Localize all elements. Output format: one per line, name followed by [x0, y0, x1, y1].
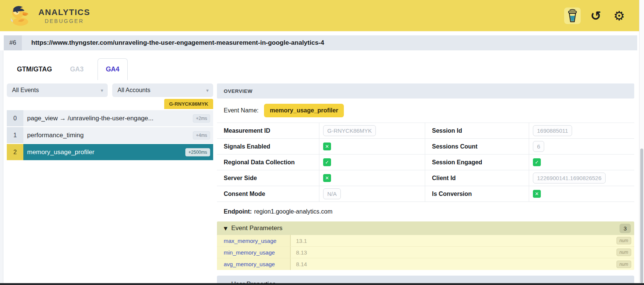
- event-name-label: Event Name:: [224, 107, 258, 114]
- request-bar: #6 https://www.thyngster.com/unraveling-…: [4, 35, 637, 50]
- parameter-type-badge: num: [617, 249, 631, 256]
- event-row-index: 1: [7, 127, 23, 143]
- parameter-row: avg_memory_usage 8.14 num: [217, 258, 634, 270]
- accounts-filter-value: All Accounts: [118, 87, 150, 94]
- events-filter-value: All Events: [12, 87, 39, 94]
- parameter-value: 13.1: [291, 235, 617, 246]
- request-index: #6: [4, 35, 22, 50]
- event-parameters-header[interactable]: ▼ Event Parameters 3: [217, 221, 634, 235]
- field-value: N/A: [323, 188, 341, 199]
- events-sidebar: All Events ▾ All Accounts ▾ G-RNYCK86MYK…: [7, 83, 213, 285]
- overview-title: OVERVIEW: [224, 88, 253, 94]
- event-name-badge: memory_usage_profiler: [264, 104, 343, 117]
- field-label: Signals Enabled: [217, 139, 319, 154]
- cross-icon: ✕: [533, 190, 541, 198]
- accounts-filter-select[interactable]: All Accounts ▾: [112, 83, 213, 97]
- field-label: Sessions Count: [425, 139, 529, 154]
- app-header: ANALYTICS DEBUGGER ↺ ⚙: [0, 0, 644, 31]
- duck-mascot-icon: [5, 3, 35, 28]
- collapse-triangle-icon: ▼: [224, 226, 227, 231]
- parameter-value: 8.14: [291, 258, 617, 270]
- field-value: 6: [533, 141, 544, 152]
- scrollbar-thumb[interactable]: [640, 149, 643, 283]
- left-gutter: [0, 50, 3, 285]
- event-row-name: performance_timing: [27, 132, 190, 139]
- parameter-row: max_memory_usage 13.1 num: [217, 235, 634, 247]
- parameter-type-badge: num: [617, 261, 631, 268]
- event-parameters-count-badge: 3: [620, 224, 631, 233]
- reload-icon: ↺: [591, 9, 601, 22]
- cross-icon: ✕: [323, 142, 331, 150]
- field-label: Client Id: [425, 170, 529, 186]
- field-value: 1226900141.1690826526: [533, 173, 606, 183]
- event-row-name: page_view → /unraveling-the-user-engage.…: [27, 115, 190, 122]
- parameter-name-link[interactable]: avg_memory_usage: [217, 258, 291, 270]
- coffee-cup-icon: [567, 9, 578, 23]
- header-actions: ↺ ⚙: [564, 8, 627, 24]
- app-logo: ANALYTICS DEBUGGER: [5, 3, 90, 28]
- field-label: Server Side: [217, 170, 319, 186]
- field-value: G-RNYCK86MYK: [323, 125, 376, 136]
- field-label: Measurement ID: [217, 123, 319, 138]
- event-row-index: 0: [7, 110, 23, 126]
- endpoint-label: Endpoint:: [224, 208, 252, 215]
- table-row: Regional Data Collection ✓ Session Engag…: [217, 155, 634, 170]
- scrollbar-track[interactable]: [639, 0, 644, 285]
- chevron-down-icon: ▾: [101, 88, 103, 93]
- event-time-badge: +4ms: [193, 131, 210, 139]
- reload-button[interactable]: ↺: [588, 8, 604, 24]
- events-filter-select[interactable]: All Events ▾: [7, 83, 108, 97]
- property-id-badge: G-RNYCK86MYK: [164, 99, 213, 109]
- table-row: Measurement ID G-RNYCK86MYK Session Id 1…: [217, 123, 634, 139]
- event-time-badge: +2ms: [193, 114, 210, 123]
- tab-gtm-gtag[interactable]: GTM/GTAG: [11, 58, 58, 80]
- parameter-type-badge: num: [617, 237, 631, 244]
- window-bottom-edge: [0, 283, 644, 285]
- gear-icon: ⚙: [613, 9, 625, 22]
- event-list: 0 page_view → /unraveling-the-user-engag…: [7, 110, 213, 160]
- parameter-name-link[interactable]: max_memory_usage: [217, 235, 291, 246]
- donate-coffee-button[interactable]: [564, 8, 581, 24]
- field-value: 1690885011: [533, 125, 572, 136]
- table-row: Consent Mode N/A Is Conversion ✕: [217, 186, 634, 202]
- check-icon: ✓: [533, 158, 541, 166]
- event-row-index: 2: [7, 144, 23, 160]
- overview-table: Measurement ID G-RNYCK86MYK Session Id 1…: [217, 123, 634, 202]
- parameter-name-link[interactable]: min_memory_usage: [217, 247, 291, 258]
- request-url: https://www.thyngster.com/unraveling-the…: [22, 39, 324, 47]
- field-label: Is Conversion: [425, 186, 529, 202]
- event-row-0[interactable]: 0 page_view → /unraveling-the-user-engag…: [7, 110, 213, 126]
- tab-bar: GTM/GTAG GA3 GA4: [4, 58, 637, 80]
- field-label: Consent Mode: [217, 186, 319, 202]
- parameter-value: 8.13: [291, 247, 617, 258]
- app-title: ANALYTICS: [38, 8, 90, 17]
- check-icon: ✓: [323, 158, 331, 166]
- field-label: Session Engaged: [425, 155, 529, 170]
- app-subtitle: DEBUGGER: [38, 18, 90, 24]
- parameter-row: min_memory_usage 8.13 num: [217, 247, 634, 258]
- main-panel: #6 https://www.thyngster.com/unraveling-…: [4, 35, 637, 285]
- cross-icon: ✕: [323, 174, 331, 182]
- settings-button[interactable]: ⚙: [611, 8, 627, 24]
- event-parameters-title: Event Parameters: [231, 224, 620, 232]
- event-detail-panel: OVERVIEW Event Name: memory_usage_profil…: [217, 83, 634, 285]
- endpoint-value: region1.google-analytics.com: [254, 208, 333, 215]
- field-label: Session Id: [425, 123, 529, 138]
- chevron-down-icon: ▾: [206, 88, 209, 93]
- event-row-2-selected[interactable]: 2 memory_usage_profiler +2500ms: [7, 144, 213, 160]
- table-row: Server Side ✕ Client Id 1226900141.16908…: [217, 170, 634, 186]
- table-row: Signals Enabled ✕ Sessions Count 6: [217, 139, 634, 155]
- overview-header: OVERVIEW: [217, 83, 634, 99]
- tab-ga4[interactable]: GA4: [98, 58, 128, 80]
- field-label: Regional Data Collection: [217, 155, 319, 170]
- tab-ga3[interactable]: GA3: [64, 58, 89, 80]
- event-parameters-list: max_memory_usage 13.1 num min_memory_usa…: [217, 235, 634, 270]
- event-row-name: memory_usage_profiler: [27, 149, 182, 156]
- endpoint-line: Endpoint:region1.google-analytics.com: [217, 202, 634, 221]
- event-row-1[interactable]: 1 performance_timing +4ms: [7, 127, 213, 143]
- event-time-badge: +2500ms: [185, 148, 210, 156]
